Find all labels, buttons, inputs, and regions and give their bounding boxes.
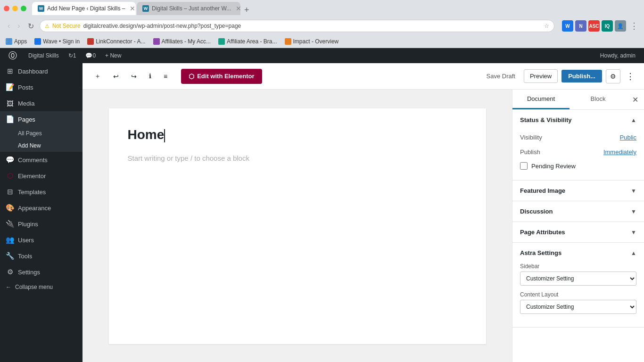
bookmark-apps[interactable]: ⋮⋮ Apps — [6, 38, 27, 45]
ext-iq-icon[interactable]: IQ — [602, 20, 613, 32]
visibility-value[interactable]: Public — [620, 134, 636, 141]
sidebar-add-new[interactable]: Add New — [0, 140, 83, 152]
forward-button[interactable]: › — [16, 21, 22, 31]
close-window-button[interactable] — [4, 6, 9, 11]
pending-review-checkbox[interactable] — [520, 162, 528, 170]
edit-elementor-button[interactable]: ⬡ Edit with Elementor — [181, 69, 262, 84]
new-content-item[interactable]: + New — [100, 48, 126, 63]
content-layout-field: Content Layout Customizer Setting — [520, 291, 636, 314]
undo-button[interactable]: ↩ — [109, 69, 123, 83]
revisions-item[interactable]: ↻ 1 — [64, 48, 81, 63]
add-block-button[interactable]: ＋ — [90, 69, 105, 84]
wp-main: ＋ ↩ ↪ ℹ ≡ ⬡ Edit w — [83, 63, 644, 362]
sidebar-item-pages[interactable]: 📄 Pages — [0, 111, 83, 127]
astra-settings-header[interactable]: Astra Settings ▲ — [512, 243, 644, 263]
sidebar-item-elementor[interactable]: ⬡ Elementor — [0, 168, 83, 184]
list-view-button[interactable]: ≡ — [159, 69, 172, 83]
sidebar-item-media[interactable]: 🖼 Media — [0, 95, 83, 111]
status-visibility-body: Visibility Public Publish Immediately — [512, 130, 644, 180]
bookmark-affiliate-area[interactable]: Affiliate Area - Bra... — [218, 38, 277, 45]
sidebar-item-settings[interactable]: ⚙ Settings — [0, 264, 83, 280]
close-tab2-button[interactable]: ✕ — [236, 5, 240, 12]
close-panel-button[interactable]: ✕ — [627, 90, 644, 109]
visibility-label: Visibility — [520, 134, 542, 141]
sidebar-collapse[interactable]: ← Collapse menu — [0, 280, 83, 294]
featured-image-header[interactable]: Featured Image ▼ — [512, 181, 644, 201]
document-tab-label: Document — [527, 95, 555, 102]
elementor-btn-icon: ⬡ — [189, 73, 194, 80]
sidebar-select[interactable]: Customizer Setting — [520, 272, 636, 286]
page-content[interactable]: Home Start writing or type / to choose a… — [109, 108, 486, 344]
bookmark-linkconn[interactable]: LinkConnector - A... — [87, 38, 145, 45]
bookmark-wave[interactable]: Wave • Sign in — [34, 38, 80, 45]
document-tab[interactable]: Document — [512, 90, 570, 109]
affiliates-favicon — [153, 38, 160, 45]
sidebar-pages-label: Pages — [18, 116, 35, 123]
howdy-text[interactable]: Howdy, admin — [595, 52, 640, 59]
wave-favicon — [34, 38, 41, 45]
sidebar-item-tools[interactable]: 🔧 Tools — [0, 248, 83, 264]
block-tab-label: Block — [591, 95, 606, 102]
wp-logo-item[interactable]: ⓪ — [4, 48, 24, 63]
wp-body: ⊞ Dashboard 📝 Posts 🖼 Media 📄 Pages All … — [0, 63, 644, 362]
settings-icon: ⚙ — [6, 268, 14, 276]
content-layout-select[interactable]: Customizer Setting — [520, 300, 636, 314]
sidebar-item-comments[interactable]: 💬 Comments — [0, 152, 83, 168]
bookmark-icon[interactable]: ☆ — [544, 23, 549, 29]
more-options-button[interactable]: ⋮ — [624, 69, 636, 83]
maximize-window-button[interactable] — [21, 6, 26, 11]
info-button[interactable]: ℹ — [145, 69, 156, 83]
active-tab[interactable]: W Add New Page ‹ Digital Skills – ✕ — [32, 2, 136, 15]
preview-button[interactable]: Preview — [524, 69, 558, 83]
back-button[interactable]: ‹ — [6, 21, 12, 31]
site-name-item[interactable]: Digital Skills — [24, 48, 64, 63]
ext-avatar-icon[interactable]: 👤 — [615, 20, 626, 32]
templates-icon: ⊟ — [6, 188, 14, 196]
minimize-window-button[interactable] — [12, 6, 18, 11]
sidebar-item-posts[interactable]: 📝 Posts — [0, 79, 83, 95]
reload-button[interactable]: ↻ — [26, 21, 36, 32]
wp-admin-bar: ⓪ Digital Skills ↻ 1 💬 0 + New Howdy, ad… — [0, 48, 644, 63]
page-title-text: Home — [128, 127, 165, 142]
sidebar-item-templates[interactable]: ⊟ Templates — [0, 184, 83, 200]
publish-value[interactable]: Immediately — [603, 148, 636, 156]
pending-review-label[interactable]: Pending Review — [531, 163, 576, 170]
ext-asc-icon[interactable]: ASC — [588, 20, 600, 32]
bookmark-linkconn-label: LinkConnector - A... — [96, 38, 145, 45]
sidebar-field-label: Sidebar — [520, 263, 636, 270]
gear-icon: ⚙ — [610, 73, 616, 80]
browser-menu-button[interactable]: ⋮ — [630, 21, 638, 31]
page-attributes-header[interactable]: Page Attributes ▼ — [512, 222, 644, 242]
block-tab[interactable]: Block — [570, 90, 627, 109]
bookmark-affiliates[interactable]: Affiliates - My Acc... — [153, 38, 211, 45]
sidebar-item-users[interactable]: 👥 Users — [0, 232, 83, 248]
status-visibility-header[interactable]: Status & Visibility ▲ — [512, 110, 644, 130]
active-tab-label: Add New Page ‹ Digital Skills – — [47, 5, 125, 12]
new-tab-button[interactable]: + — [241, 5, 252, 15]
sidebar-item-plugins[interactable]: 🔌 Plugins — [0, 216, 83, 232]
sidebar-item-dashboard[interactable]: ⊞ Dashboard — [0, 63, 83, 79]
tools-icon: 🔧 — [6, 252, 14, 260]
save-draft-button[interactable]: Save Draft — [482, 70, 520, 82]
bookmark-impact[interactable]: Impact - Overview — [285, 38, 339, 45]
sidebar-all-pages[interactable]: All Pages — [0, 127, 83, 140]
ext-n-icon[interactable]: N — [575, 20, 586, 32]
sidebar-appearance-label: Appearance — [18, 205, 51, 212]
page-body-placeholder[interactable]: Start writing or type / to choose a bloc… — [128, 154, 467, 162]
discussion-title: Discussion — [520, 208, 553, 215]
sidebar-item-appearance[interactable]: 🎨 Appearance — [0, 200, 83, 216]
inactive-tab[interactable]: W Digital Skills – Just another W... ✕ — [137, 2, 240, 15]
comments-item[interactable]: 💬 0 — [81, 48, 100, 63]
document-settings-button[interactable]: ⚙ — [606, 69, 620, 83]
discussion-header[interactable]: Discussion ▼ — [512, 201, 644, 222]
ext-wave-icon[interactable]: W — [562, 20, 573, 32]
redo-button[interactable]: ↪ — [127, 69, 141, 83]
address-bar: ‹ › ↻ ⚠ Not Secure digitalcreative.desig… — [0, 17, 644, 35]
status-visibility-title: Status & Visibility — [520, 116, 572, 123]
address-input[interactable]: ⚠ Not Secure digitalcreative.design/wp-a… — [40, 20, 554, 32]
not-secure-icon: ⚠ — [45, 23, 50, 29]
comments-count: 0 — [92, 52, 96, 59]
publish-button[interactable]: Publish... — [561, 70, 602, 82]
page-title-field[interactable]: Home — [128, 127, 467, 143]
close-tab-button[interactable]: ✕ — [130, 5, 135, 12]
